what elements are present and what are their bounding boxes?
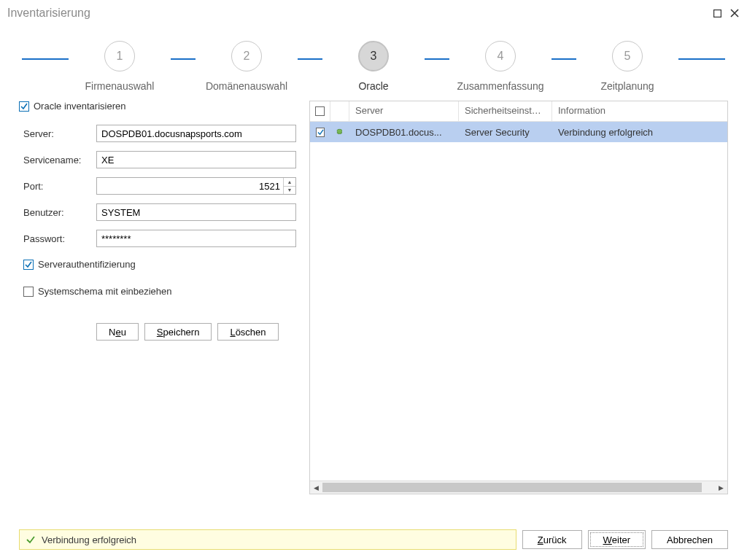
delete-button[interactable]: Löschen [217,323,278,341]
step-label: Oracle [358,80,388,92]
title-bar: Inventarisierung [0,0,747,23]
window-title: Inventarisierung [7,7,90,20]
server-label: Server: [23,128,96,139]
wizard-step-3[interactable]: 3Oracle [322,41,425,92]
database-icon [336,126,344,138]
system-schema-checkbox[interactable] [23,287,34,297]
grid-horizontal-scrollbar[interactable]: ◀ ▶ [310,481,727,494]
oracle-inventory-checkbox[interactable] [19,101,29,112]
wizard-step-5[interactable]: 5Zeitplanung [576,41,678,92]
user-label: Benutzer: [23,207,96,218]
system-schema-label: Systemschema mit einbeziehen [38,286,172,297]
scroll-right-button[interactable]: ▶ [715,481,727,494]
grid-header-security[interactable]: Sicherheitseinstellun... [459,101,552,121]
new-button[interactable]: Neu [96,323,139,341]
grid-body[interactable]: DOSPDB01.docus...Server SecurityVerbindu… [310,122,727,481]
step-number: 4 [485,41,516,71]
cancel-button[interactable]: Abbrechen [651,530,728,549]
grid-header-info[interactable]: Information [552,101,727,121]
grid-header-server[interactable]: Server [349,101,459,121]
step-label: Domänenauswahl [206,80,287,92]
servicename-input[interactable] [96,151,296,168]
step-number: 3 [358,41,389,71]
svg-rect-0 [713,9,721,17]
check-icon [26,534,36,545]
close-button[interactable] [729,8,740,18]
password-input[interactable] [96,230,296,247]
step-number: 1 [104,41,135,71]
maximize-button[interactable] [712,8,722,18]
step-number: 2 [231,41,262,71]
server-input[interactable] [96,125,296,142]
row-checkbox[interactable] [316,128,325,137]
next-button[interactable]: Weiter [588,530,646,549]
port-input[interactable] [97,178,283,194]
status-bar: Verbindung erfolgreich [19,529,516,550]
cell-info: Verbindung erfolgreich [552,127,727,138]
wizard-steps: 1Firmenauswahl2Domänenauswahl3Oracle4Zus… [22,41,725,90]
server-grid: Server Sicherheitseinstellun... Informat… [309,101,728,494]
scroll-left-button[interactable]: ◀ [310,481,322,494]
step-label: Zeitplanung [600,80,654,92]
port-label: Port: [23,181,96,192]
oracle-inventory-label: Oracle inventarisieren [34,101,125,112]
grid-header: Server Sicherheitseinstellun... Informat… [310,101,727,122]
step-label: Firmenauswahl [85,80,155,92]
port-spin-up[interactable]: ▲ [284,178,295,187]
step-label: Zusammenfassung [457,80,543,92]
table-row[interactable]: DOSPDB01.docus...Server SecurityVerbindu… [310,122,727,142]
scroll-thumb[interactable] [322,483,702,492]
server-auth-label: Serverauthentifizierung [38,259,136,270]
port-spin-down[interactable]: ▼ [284,187,295,195]
save-button[interactable]: Speichern [144,323,212,341]
password-label: Passwort: [23,233,96,244]
back-button[interactable]: Zurück [522,530,582,549]
wizard-step-2[interactable]: 2Domänenauswahl [196,41,298,92]
wizard-step-1[interactable]: 1Firmenauswahl [69,41,171,92]
wizard-step-4[interactable]: 4Zusammenfassung [449,41,551,92]
user-input[interactable] [96,203,296,221]
cell-security: Server Security [459,127,552,138]
grid-select-all-checkbox[interactable] [315,106,325,116]
server-auth-checkbox[interactable] [23,260,34,270]
cell-server: DOSPDB01.docus... [349,127,459,138]
step-number: 5 [612,41,643,71]
status-text: Verbindung erfolgreich [42,534,136,545]
form-panel: Oracle inventarisieren Server: Servicena… [19,101,296,494]
servicename-label: Servicename: [23,155,96,166]
